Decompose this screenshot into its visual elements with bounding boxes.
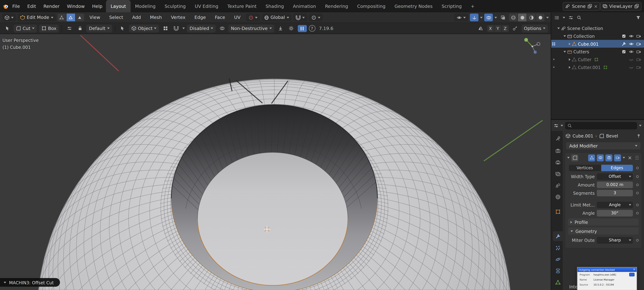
pin-icon[interactable]	[636, 134, 641, 138]
snap-status-dropdown[interactable]: Disabled	[187, 24, 216, 32]
decorator-dot[interactable]	[635, 166, 640, 169]
drag-grip-icon[interactable]	[634, 155, 640, 160]
decorator-dot[interactable]	[635, 212, 640, 214]
outliner-item-label[interactable]: Cutter	[578, 57, 592, 62]
display-mode-icon[interactable]	[568, 15, 574, 20]
breadcrumb-object[interactable]: Cube.001	[572, 134, 593, 138]
decorator-dot[interactable]	[635, 204, 640, 206]
add-workspace-button[interactable]: +	[466, 0, 479, 12]
menu-edge[interactable]: Edge	[191, 11, 210, 24]
workspace-tab-scripting[interactable]: Scripting	[437, 0, 466, 12]
tab-object-data[interactable]	[553, 277, 563, 287]
disable-render-icon[interactable]	[636, 57, 642, 62]
editor-type-button[interactable]	[2, 14, 16, 22]
box-gizmo-button[interactable]: Box	[39, 24, 59, 32]
transform-orientation-dropdown[interactable]: Global	[262, 14, 292, 22]
disable-render-icon[interactable]	[636, 34, 642, 38]
workspace-tab-layout[interactable]: Layout	[106, 0, 130, 12]
decorator-dot[interactable]	[635, 183, 640, 186]
vertex-select-button[interactable]	[58, 14, 66, 22]
profile-section-header[interactable]: Profile	[568, 218, 639, 226]
show-gizmo-toggle[interactable]	[470, 14, 478, 22]
mode-selector[interactable]: Edit Mode	[18, 14, 56, 22]
workspace-tab-modeling[interactable]: Modeling	[130, 0, 160, 12]
operator-redo-panel[interactable]: MACHIN3: Offset Cut	[0, 278, 60, 286]
menu-render[interactable]: Render	[40, 0, 63, 12]
workspace-tab-geometry-nodes[interactable]: Geometry Nodes	[390, 0, 437, 12]
toggle-display-cage[interactable]	[588, 154, 595, 161]
lock-toggle[interactable]	[76, 24, 84, 32]
disable-render-icon[interactable]	[636, 49, 642, 54]
angle-value-field[interactable]: 30°	[597, 210, 633, 216]
tab-vertices[interactable]: Vertices	[569, 164, 601, 171]
tab-world[interactable]	[553, 192, 563, 202]
outliner-item-label[interactable]: Cutters	[574, 49, 589, 54]
menu-face[interactable]: Face	[211, 11, 229, 24]
snap-utility-icon[interactable]	[511, 24, 519, 32]
blender-logo-icon[interactable]	[2, 3, 9, 9]
tab-particles[interactable]	[553, 243, 563, 252]
wireframe-shading-button[interactable]	[509, 14, 518, 22]
segments-value-field[interactable]: 3	[597, 190, 633, 196]
rendered-shading-button[interactable]	[536, 14, 544, 22]
collapse-chevron-icon[interactable]	[567, 157, 570, 158]
chevron-down-icon[interactable]	[494, 16, 497, 18]
outliner-row-scene-collection[interactable]: Scene Collection	[551, 24, 644, 32]
face-select-button[interactable]	[76, 14, 84, 22]
limit-method-dropdown[interactable]: Angle	[597, 202, 633, 208]
toggle-display-editmode[interactable]	[597, 154, 604, 161]
miter-outer-dropdown[interactable]: Sharp	[597, 237, 633, 244]
cursor-tool-icon[interactable]	[118, 24, 126, 32]
disclosure-triangle-icon[interactable]	[557, 27, 560, 29]
tab-render[interactable]	[553, 146, 563, 156]
tab-constraints[interactable]	[553, 266, 563, 276]
outliner-item-label[interactable]: Cube.001	[578, 41, 598, 46]
viewport-canvas[interactable]	[0, 34, 551, 290]
menu-edit[interactable]: Edit	[24, 0, 40, 12]
toggle-display-viewport[interactable]	[606, 154, 612, 161]
disclosure-triangle-icon[interactable]	[569, 58, 570, 61]
menu-select[interactable]: Select	[106, 11, 127, 24]
outliner-row-collection[interactable]: Collection	[551, 32, 644, 40]
menu-view[interactable]: View	[86, 11, 104, 24]
firewall-notification-popup[interactable]: Outgoing connection blocked × Program ha…	[577, 267, 637, 290]
hide-eye-closed-icon[interactable]	[628, 57, 634, 62]
breadcrumb-modifier[interactable]: Bevel	[606, 134, 618, 138]
outliner-item-label[interactable]: Cutter.001	[578, 65, 601, 70]
shading-options-chevron-icon[interactable]	[546, 16, 549, 18]
help-button[interactable]: ?	[309, 25, 315, 32]
workspace-tab-animation[interactable]: Animation	[288, 0, 320, 12]
geometry-section-header[interactable]: Geometry	[568, 228, 639, 234]
settings-button[interactable]	[287, 24, 296, 32]
collection-checkbox[interactable]	[621, 34, 627, 38]
orientation-dropdown[interactable]: Object	[129, 24, 159, 32]
snap-magnet-icon[interactable]	[172, 24, 180, 32]
outliner-item-label[interactable]: Collection	[574, 34, 595, 38]
modifier-wrench-icon[interactable]	[621, 41, 627, 46]
chevron-down-icon[interactable]	[182, 28, 185, 29]
menu-uv[interactable]: UV	[230, 11, 244, 24]
unlink-scene-icon[interactable]: ×	[594, 4, 598, 9]
overlap-icon[interactable]	[218, 24, 226, 32]
workspace-tab-shading[interactable]: Shading	[261, 0, 288, 12]
xray-toggle[interactable]	[499, 14, 507, 22]
transform-pivot-button[interactable]	[246, 14, 260, 22]
disclosure-triangle-icon[interactable]	[564, 35, 566, 37]
options-dropdown[interactable]: Options	[522, 24, 548, 32]
new-scene-icon[interactable]	[587, 4, 592, 9]
show-hide-dropdown[interactable]	[454, 14, 468, 22]
pause-button[interactable]	[298, 25, 307, 32]
hide-eye-closed-icon[interactable]	[628, 65, 634, 70]
outliner-row-cutter[interactable]: Cutter	[551, 56, 644, 63]
axis-x-toggle[interactable]: X	[487, 25, 494, 32]
chevron-down-icon[interactable]	[560, 125, 563, 126]
menu-file[interactable]: File	[8, 0, 24, 12]
tab-tool[interactable]	[553, 134, 563, 143]
disclosure-triangle-icon[interactable]	[564, 51, 566, 52]
filter-funnel-icon[interactable]	[636, 15, 641, 20]
hide-eye-icon[interactable]	[628, 34, 634, 38]
outliner-item-label[interactable]: Scene Collection	[567, 26, 603, 31]
outliner-row-cutter-001[interactable]: Cutter.001	[551, 63, 644, 71]
snapping-dropdown[interactable]	[293, 14, 307, 22]
disclosure-triangle-icon[interactable]	[569, 66, 570, 68]
